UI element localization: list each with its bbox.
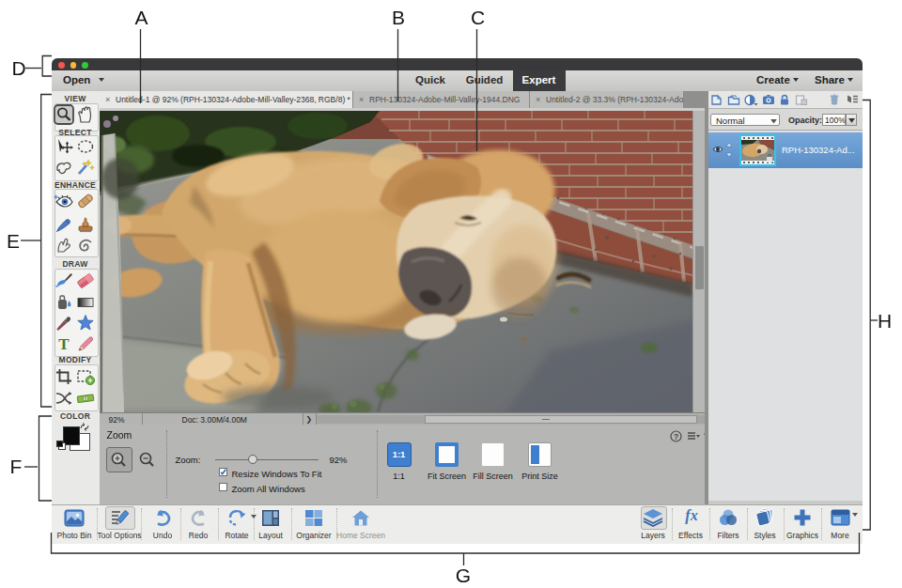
svg-text:T: T <box>58 335 70 353</box>
svg-text:?: ? <box>673 432 677 441</box>
svg-text:F: F <box>10 456 23 477</box>
svg-text:B: B <box>392 7 405 28</box>
svg-text:E: E <box>7 230 20 252</box>
svg-text:C: C <box>471 7 485 28</box>
svg-text:H: H <box>878 310 892 332</box>
svg-text:D: D <box>11 57 25 79</box>
svg-text:A: A <box>134 7 148 28</box>
svg-text:G: G <box>456 565 471 586</box>
